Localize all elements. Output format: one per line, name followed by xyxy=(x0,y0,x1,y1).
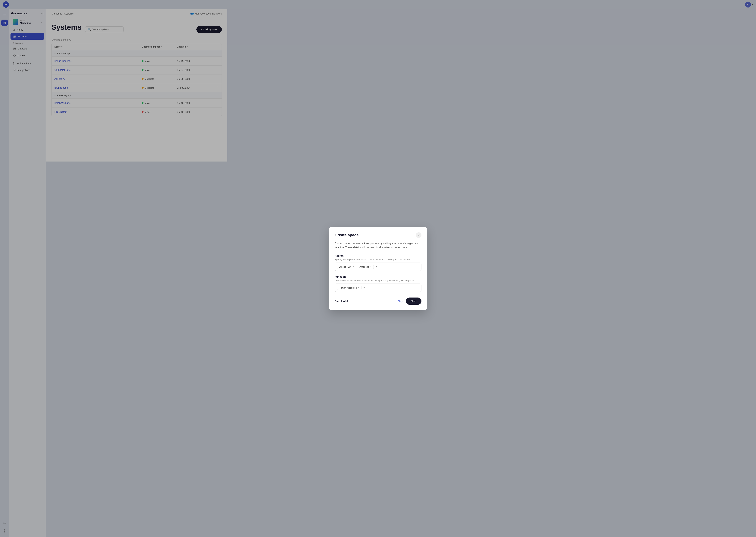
modal-overlay: Create space ✕ Control the recommendatio… xyxy=(0,0,227,161)
